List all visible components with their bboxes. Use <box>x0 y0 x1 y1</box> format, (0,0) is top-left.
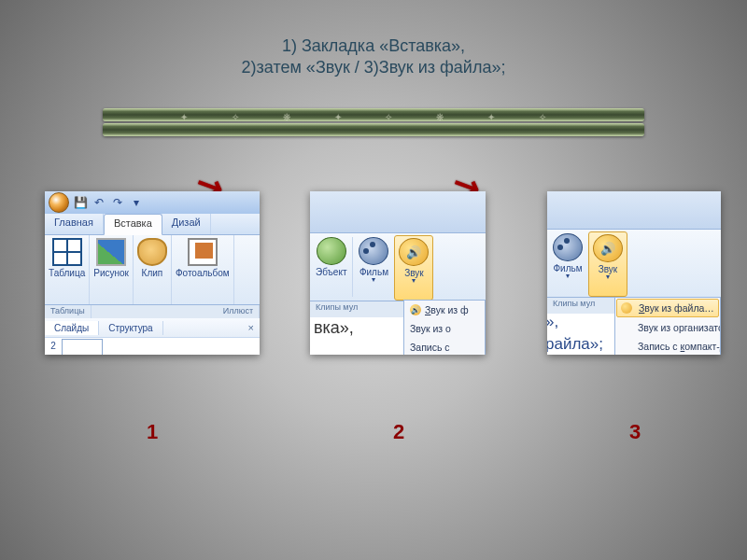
slide-title: 1) Закладка «Вставка», 2)затем «Звук / 3… <box>0 35 747 77</box>
menu-sound-from-organizer[interactable]: Звук из организато <box>615 318 720 337</box>
pane-close-button[interactable]: × <box>243 322 260 333</box>
photoalbum-button[interactable]: Фотоальбом <box>172 235 234 304</box>
chevron-down-icon: ▾ <box>606 273 610 281</box>
menu-record-from-cd[interactable]: Запись с компакт-д <box>615 337 720 355</box>
sound-icon: 🔊 <box>410 304 421 315</box>
screenshot-1: 💾 ↶ ↷ ▾ Главная Вставка Дизай Таблица Ри… <box>45 191 260 355</box>
film-icon <box>359 237 388 265</box>
chevron-down-icon: ▾ <box>412 276 416 285</box>
chevron-down-icon: ▾ <box>566 272 570 280</box>
undo-button[interactable]: ↶ <box>92 195 106 210</box>
background-text: райла»; <box>547 335 603 354</box>
film-button[interactable]: Фильм ▾ <box>547 230 588 297</box>
quick-access-toolbar: 💾 ↶ ↷ ▾ <box>45 191 260 214</box>
qat-more-button[interactable]: ▾ <box>129 195 144 210</box>
menu-sound-from-file[interactable]: Звук из файла… <box>616 299 719 317</box>
table-icon <box>52 238 82 266</box>
ribbon: Эбъект Фильм ▾ Звук ▾ <box>310 233 486 301</box>
ribbon-header-area <box>547 191 721 230</box>
title-line-2: 2)затем «Звук / 3)Звук из файла»; <box>0 57 747 78</box>
sound-dropdown-menu: 🔊 ЗЗвук из фвук из ф Звук из о Запись с … <box>403 300 486 355</box>
menu-record-from-cd[interactable]: Запись с <box>404 338 485 355</box>
group-illustrations-label: Иллюст <box>92 305 260 318</box>
background-text: », <box>547 313 558 331</box>
sound-icon <box>399 238 429 266</box>
tab-design[interactable]: Дизай <box>162 214 211 234</box>
step-number-3: 3 <box>629 420 641 444</box>
pane-tab-outline[interactable]: Структура <box>99 321 162 335</box>
save-button[interactable]: 💾 <box>73 195 88 210</box>
ribbon-group-labels: Таблицы Иллюст <box>45 305 260 318</box>
ornament-divider: ✦ ✧ ❋ ✦ ✧ ❋ ✦ ✧ <box>103 106 644 138</box>
object-icon <box>317 237 346 265</box>
tab-home[interactable]: Главная <box>45 214 104 234</box>
clip-button[interactable]: Клип <box>134 235 172 304</box>
ribbon: Таблица Рисунок Клип Фотоальбом <box>45 235 260 305</box>
table-button[interactable]: Таблица <box>45 235 90 304</box>
ribbon-header-area <box>310 191 486 233</box>
sound-button[interactable]: Звук ▾ <box>588 231 627 297</box>
office-button[interactable] <box>49 192 69 213</box>
step-number-1: 1 <box>147 420 158 444</box>
redo-button[interactable]: ↷ <box>110 195 125 210</box>
screenshot-2: Эбъект Фильм ▾ Звук ▾ Клипы мул 🔊 ЗЗвук … <box>310 191 486 355</box>
group-tables-label: Таблицы <box>45 305 92 318</box>
step-number-2: 2 <box>393 420 404 444</box>
picture-button[interactable]: Рисунок <box>90 235 134 304</box>
slide-number: 2 <box>45 338 62 355</box>
title-line-1: 1) Закладка «Вставка», <box>0 35 747 57</box>
film-button[interactable]: Фильм ▾ <box>353 233 394 301</box>
menu-sound-from-organizer[interactable]: Звук из о <box>404 319 485 338</box>
object-button[interactable]: Эбъект <box>310 233 352 301</box>
menu-sound-from-file[interactable]: 🔊 ЗЗвук из фвук из ф <box>404 301 485 319</box>
tab-insert[interactable]: Вставка <box>104 214 162 235</box>
sound-dropdown-menu: Звук из файла… Звук из организато Запись… <box>614 297 721 355</box>
chevron-down-icon: ▾ <box>372 275 375 284</box>
screenshot-3: Фильм ▾ Звук ▾ Клипы мул Звук из файла… … <box>547 191 721 355</box>
slide-thumbnail[interactable] <box>62 339 103 355</box>
film-icon <box>553 233 583 261</box>
slide-thumbnails: 2 <box>45 338 260 355</box>
ribbon: Фильм ▾ Звук ▾ <box>547 230 721 298</box>
clip-icon <box>137 238 167 266</box>
picture-icon <box>96 238 126 266</box>
sound-icon <box>593 234 623 262</box>
background-text: вка», <box>314 318 354 338</box>
slides-pane-tabs: Слайды Структура × <box>45 318 260 338</box>
pane-tab-slides[interactable]: Слайды <box>45 321 99 335</box>
sound-button[interactable]: Звук ▾ <box>394 235 433 301</box>
photoalbum-icon <box>188 238 218 266</box>
ribbon-tabstrip: Главная Вставка Дизай <box>45 214 260 235</box>
